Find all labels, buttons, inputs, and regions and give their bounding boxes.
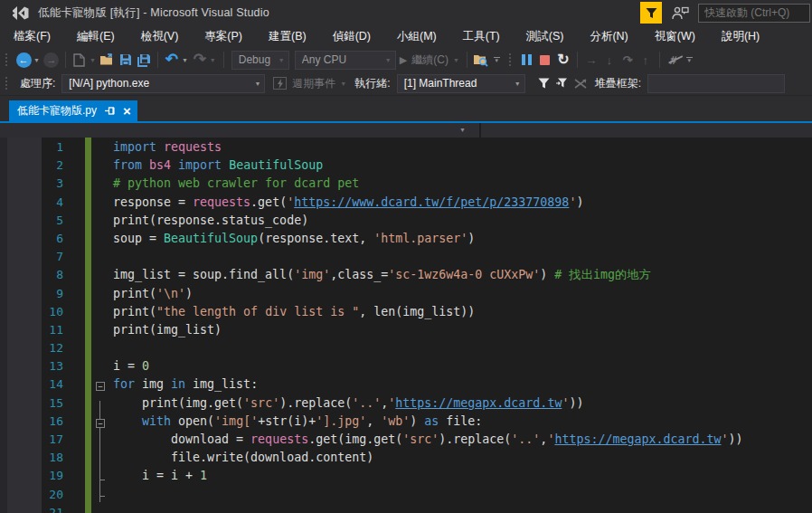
member-navigation-dropdown[interactable]: [481, 123, 812, 138]
open-folder-icon: [99, 53, 115, 66]
new-file-button[interactable]: [71, 50, 89, 70]
save-icon: [119, 53, 132, 66]
navigate-backward-dropdown[interactable]: ▼: [33, 57, 40, 63]
code-lines[interactable]: import requestsfrom bs4 import Beautiful…: [113, 138, 743, 513]
undo-button[interactable]: ↶: [163, 50, 181, 70]
toolbar-grip[interactable]: [5, 52, 9, 67]
flagged-filter-icon: [556, 78, 569, 89]
code-line-1[interactable]: import requests: [113, 138, 743, 157]
menu-item-8[interactable]: 測試(S): [519, 25, 571, 48]
code-line-4[interactable]: response = requests.get('https://www.dca…: [113, 194, 743, 212]
step-over-button[interactable]: ↷: [618, 50, 637, 70]
menu-item-11[interactable]: 說明(H): [714, 25, 767, 48]
menu-item-7[interactable]: 工具(T): [456, 25, 507, 48]
line-number: 11: [42, 321, 63, 339]
code-line-2[interactable]: from bs4 import BeautifulSoup: [113, 157, 743, 175]
window-title: 低能卡寵物版 [執行] - Microsoft Visual Studio: [38, 5, 269, 21]
code-line-15[interactable]: print(img.get('src').replace('..','https…: [113, 394, 743, 413]
menu-item-3[interactable]: 專案(P): [197, 25, 250, 48]
debug-toolbar-overflow-button[interactable]: ▼: [686, 57, 693, 63]
breakpoint-margin[interactable]: [7, 138, 42, 513]
step-out-button[interactable]: ↑: [637, 50, 655, 70]
hex-display-button[interactable]: #: [665, 50, 683, 70]
menu-item-2[interactable]: 檢視(V): [134, 25, 186, 48]
redo-button[interactable]: ↷: [191, 50, 209, 70]
tab-file[interactable]: 低能卡寵物版.py ×: [9, 100, 137, 121]
toggle-flagged-threads-button[interactable]: [571, 73, 590, 93]
code-line-14[interactable]: for img in img_list:: [113, 375, 743, 394]
redo-dropdown[interactable]: ▼: [210, 57, 216, 63]
continue-button[interactable]: ▶ 繼續(C): [399, 50, 452, 70]
code-line-6[interactable]: soup = BeautifulSoup(response.text, 'htm…: [113, 230, 743, 248]
quick-launch-input[interactable]: [698, 4, 810, 23]
menu-item-4[interactable]: 建置(B): [261, 25, 314, 48]
code-line-11[interactable]: print(img_list): [113, 321, 743, 339]
toolbar-overflow-button[interactable]: ▼: [494, 57, 500, 63]
thread-combo[interactable]: [1] MainThread▼: [397, 74, 525, 93]
navigate-backward-button[interactable]: ←: [14, 50, 33, 70]
code-line-5[interactable]: print(response.status_code): [113, 212, 743, 230]
menu-item-1[interactable]: 編輯(E): [70, 25, 122, 48]
menu-item-9[interactable]: 分析(N): [582, 25, 635, 48]
menu-item-10[interactable]: 視窗(W): [647, 25, 703, 48]
step-into-button[interactable]: ↓: [600, 50, 618, 70]
code-line-8[interactable]: img_list = soup.find_all('img',class_='s…: [113, 266, 743, 284]
vs-window: 低能卡寵物版 [執行] - Microsoft Visual Studio 檔案…: [0, 0, 812, 513]
code-line-21[interactable]: [113, 504, 743, 513]
process-combo[interactable]: [N/A] python.exe▼: [61, 74, 265, 93]
new-file-icon: [73, 53, 85, 67]
document-tab-strip: 低能卡寵物版.py ×: [0, 96, 812, 121]
outline-end-tick-inner: [99, 480, 105, 480]
send-feedback-button[interactable]: [672, 6, 689, 20]
code-line-7[interactable]: [113, 248, 743, 266]
code-line-13[interactable]: i = 0: [113, 357, 743, 375]
break-all-button[interactable]: [518, 50, 536, 70]
stack-frame-combo[interactable]: [647, 74, 785, 93]
undo-dropdown[interactable]: ▼: [182, 57, 188, 63]
collapse-region-line16[interactable]: −: [96, 419, 105, 428]
menu-item-6[interactable]: 小組(M): [390, 25, 444, 48]
debug-location-grip[interactable]: [5, 76, 9, 90]
debug-toolbar-grip[interactable]: [508, 52, 513, 67]
person-feedback-icon: [672, 6, 689, 20]
line-number: 15: [42, 394, 63, 413]
code-editor[interactable]: 123456789101112131415161718192021 − − im…: [0, 138, 812, 513]
find-in-files-button[interactable]: [472, 50, 490, 70]
notifications-filter-button[interactable]: [640, 2, 662, 24]
code-line-20[interactable]: [113, 486, 743, 504]
save-all-button[interactable]: [135, 50, 153, 70]
filter-threads-button[interactable]: [535, 73, 553, 93]
close-tab-icon[interactable]: ×: [123, 106, 131, 117]
code-line-3[interactable]: # python web crawler for dcard pet: [113, 175, 743, 193]
menu-item-0[interactable]: 檔案(F): [6, 25, 58, 48]
filter-flagged-button[interactable]: [553, 73, 571, 93]
show-next-statement-button[interactable]: →: [582, 50, 600, 70]
stop-debugging-button[interactable]: [536, 50, 554, 70]
navigate-forward-button[interactable]: →: [42, 50, 61, 70]
restart-button[interactable]: ↻: [554, 50, 572, 70]
line-number: 6: [42, 230, 63, 248]
code-line-18[interactable]: file.write(download.content): [113, 449, 743, 467]
solution-platform-combo[interactable]: Any CPU▼: [295, 51, 396, 70]
code-line-9[interactable]: print('\n'): [113, 285, 743, 303]
new-file-dropdown[interactable]: ▼: [90, 57, 96, 63]
code-line-12[interactable]: [113, 339, 743, 357]
code-line-19[interactable]: i = i + 1: [113, 467, 743, 485]
code-line-16[interactable]: with open('img['+str(i)+'].jpg', 'wb') a…: [113, 413, 743, 431]
continue-dropdown[interactable]: ▼: [453, 57, 459, 63]
restart-icon: ↻: [557, 53, 569, 66]
solution-configuration-combo[interactable]: Debug▼: [231, 51, 289, 70]
type-navigation-dropdown[interactable]: ▼: [0, 123, 479, 138]
pin-tab-icon[interactable]: [105, 107, 116, 115]
menu-item-5[interactable]: 偵錯(D): [326, 25, 378, 48]
periodic-event-label[interactable]: 週期事件: [292, 76, 335, 91]
open-file-button[interactable]: [99, 50, 117, 70]
code-line-17[interactable]: download = requests.get(img.get('src').r…: [113, 431, 743, 449]
debug-location-toolbar: 處理序: [N/A] python.exe▼ 週期事件 ▼ 執行緒: [1] M…: [0, 71, 812, 96]
save-button[interactable]: [117, 50, 135, 70]
collapse-region-line14[interactable]: −: [96, 382, 105, 391]
code-line-10[interactable]: print("the length of div list is ", len(…: [113, 303, 743, 321]
lightning-event-icon[interactable]: [273, 77, 287, 90]
periodic-event-dropdown[interactable]: ▼: [340, 81, 346, 87]
standard-toolbar: ← ▼ → ▼: [0, 48, 812, 71]
